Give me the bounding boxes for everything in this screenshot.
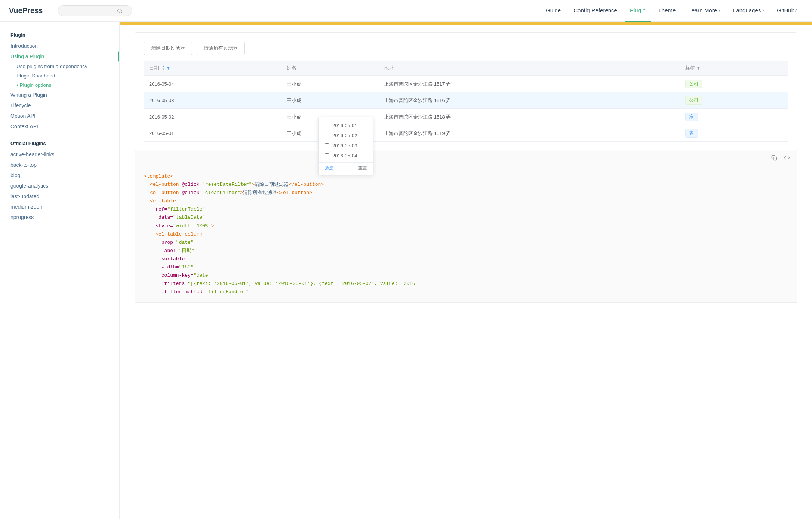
sidebar-item-blog[interactable]: blog: [0, 170, 119, 181]
tag-success-1: 公司: [685, 96, 702, 105]
table-row: 2016-05-01 王小虎 上海市普陀区金沙江路 1519 弄 家: [144, 125, 788, 142]
cell-address-3: 上海市普陀区金沙江路 1519 弄: [379, 125, 680, 142]
header: VuePress Guide Config Reference Plugin T…: [0, 0, 812, 22]
search-input[interactable]: [63, 8, 116, 13]
sidebar-item-lifecycle[interactable]: Lifecycle: [0, 100, 119, 111]
tag-info-3: 家: [685, 129, 698, 138]
filter-option-3[interactable]: 2016-05-04: [319, 151, 373, 161]
copy-icon: [771, 155, 777, 161]
table-header: 日期 ▲ ▼ ▼ 姓名 地址: [144, 61, 788, 76]
sidebar-item-option-api[interactable]: Option API: [0, 111, 119, 121]
filter-checkbox-3[interactable]: [325, 153, 329, 158]
table-body: 2016-05-04 王小虎 上海市普陀区金沙江路 1517 弄 公司 2016…: [144, 76, 788, 142]
cell-address-2: 上海市普陀区金沙江路 1518 弄: [379, 109, 680, 125]
main-content: 清除日期过滤器 清除所有过滤器 日期 ▲ ▼: [120, 22, 812, 519]
tag-success-0: 公司: [685, 80, 702, 88]
filter-checkbox-1[interactable]: [325, 133, 329, 138]
layout: Plugin Introduction Using a Plugin Use p…: [0, 22, 812, 519]
code-line-10: label="日期": [144, 247, 788, 255]
filter-reset-button[interactable]: 重置: [358, 165, 367, 171]
filter-option-1[interactable]: 2016-05-02: [319, 130, 373, 141]
cell-date-1: 2016-05-03: [144, 92, 282, 109]
clear-all-filter-button[interactable]: 清除所有过滤器: [197, 42, 245, 55]
demo-table: 日期 ▲ ▼ ▼ 姓名 地址: [144, 61, 788, 142]
search-box[interactable]: [58, 5, 132, 16]
table-row: 2016-05-02 王小虎 上海市普陀区金沙江路 1518 弄 家: [144, 109, 788, 125]
cell-address-0: 上海市普陀区金沙江路 1517 弄: [379, 76, 680, 92]
col-date-label: 日期: [149, 65, 159, 71]
cell-name-0: 王小虎: [282, 76, 379, 92]
copy-code-button[interactable]: [770, 154, 779, 163]
cell-tag-3: 家: [680, 125, 788, 142]
sidebar-item-medium-zoom[interactable]: medium-zoom: [0, 202, 119, 212]
sidebar-item-using-plugin[interactable]: Using a Plugin: [0, 51, 119, 62]
table-col-address: 地址: [379, 61, 680, 76]
logo[interactable]: VuePress: [9, 6, 43, 15]
sidebar-item-context-api[interactable]: Context API: [0, 121, 119, 132]
sidebar-item-active-header-links[interactable]: active-header-links: [0, 149, 119, 160]
sidebar-divider: [0, 132, 119, 138]
filter-option-0[interactable]: 2016-05-01: [319, 120, 373, 130]
clear-date-filter-button[interactable]: 清除日期过滤器: [144, 42, 192, 55]
filter-option-label-3: 2016-05-04: [332, 153, 357, 159]
cell-name-1: 王小虎: [282, 92, 379, 109]
code-icon: [784, 155, 790, 161]
nav-learn-more[interactable]: Learn More▾: [683, 0, 726, 22]
code-block: <template> <el-button @click="resetDateF…: [135, 166, 797, 302]
sidebar-item-nprogress[interactable]: nprogress: [0, 212, 119, 222]
nav-config-reference[interactable]: Config Reference: [568, 0, 622, 22]
code-line-12: width="180": [144, 263, 788, 271]
table-row: 2016-05-03 王小虎 上海市普陀区金沙江路 1516 弄 公司: [144, 92, 788, 109]
chevron-down-icon: ▾: [762, 8, 764, 12]
sidebar-sub-plugin-shorthand[interactable]: Plugin Shorthand: [0, 71, 119, 80]
code-line-13: column-key="date": [144, 271, 788, 280]
filter-checkbox-0[interactable]: [325, 123, 329, 128]
filter-trigger-tag[interactable]: ▼: [696, 66, 701, 70]
sidebar-item-back-to-top[interactable]: back-to-top: [0, 160, 119, 170]
code-toolbar: [135, 151, 797, 166]
nav-guide[interactable]: Guide: [541, 0, 566, 22]
table-col-date: 日期 ▲ ▼ ▼: [144, 61, 282, 76]
svg-line-1: [121, 12, 122, 13]
sidebar-item-introduction[interactable]: Introduction: [0, 41, 119, 51]
sidebar-section-plugin: Plugin: [0, 29, 119, 41]
sort-desc: ▼: [162, 68, 165, 71]
filter-checkbox-2[interactable]: [325, 143, 329, 148]
code-line-14: :filters="[{text: '2016-05-01', value: '…: [144, 280, 788, 288]
nav-github[interactable]: GitHub ↗: [772, 0, 803, 22]
nav-theme[interactable]: Theme: [653, 0, 681, 22]
filter-confirm-button[interactable]: 筛选: [325, 165, 333, 171]
filter-option-2[interactable]: 2016-05-03: [319, 141, 373, 151]
code-line-11: sortable: [144, 255, 788, 263]
nav-languages[interactable]: Languages▾: [728, 0, 769, 22]
code-line-2: <el-button @click="resetDateFilter">清除日期…: [144, 181, 788, 189]
sidebar-item-google-analytics[interactable]: google-analytics: [0, 181, 119, 191]
code-line-4: <el-table: [144, 197, 788, 205]
filter-dropdown-footer: 筛选 重置: [319, 162, 373, 172]
code-line-6: :data="tableData": [144, 214, 788, 222]
expand-code-button[interactable]: [782, 154, 791, 163]
sidebar-sub-use-plugins[interactable]: Use plugins from a dependency: [0, 62, 119, 71]
sidebar-item-last-updated[interactable]: last-updated: [0, 191, 119, 202]
filter-trigger-date[interactable]: ▼: [166, 66, 170, 70]
demo-box: 清除日期过滤器 清除所有过滤器 日期 ▲ ▼: [135, 32, 797, 151]
svg-rect-2: [773, 157, 777, 160]
sidebar-sub-plugin-options[interactable]: Plugin options: [0, 80, 119, 90]
sidebar-item-writing-plugin[interactable]: Writing a Plugin: [0, 90, 119, 100]
filter-buttons: 清除日期过滤器 清除所有过滤器: [144, 42, 788, 55]
table-header-row: 日期 ▲ ▼ ▼ 姓名 地址: [144, 61, 788, 76]
external-link-icon: ↗: [794, 8, 798, 13]
sidebar-section-official-plugins: Official Plugins: [0, 138, 119, 149]
code-line-7: style="width: 100%">: [144, 222, 788, 230]
sidebar-item-using-plugin-wrapper: Using a Plugin: [0, 51, 119, 62]
code-line-15: :filter-method="filterHandler": [144, 288, 788, 296]
nav-plugin[interactable]: Plugin: [625, 0, 651, 22]
cell-date-0: 2016-05-04: [144, 76, 282, 92]
code-line-3: <el-button @click="clearFilter">清除所有过滤器<…: [144, 189, 788, 197]
filter-dropdown: 2016-05-01 2016-05-02 2016-05-03 2016-05…: [318, 117, 373, 175]
chevron-down-icon: ▾: [719, 8, 720, 12]
cell-address-1: 上海市普陀区金沙江路 1516 弄: [379, 92, 680, 109]
sidebar: Plugin Introduction Using a Plugin Use p…: [0, 22, 120, 519]
content-area: 清除日期过滤器 清除所有过滤器 日期 ▲ ▼: [120, 25, 812, 310]
code-line-9: prop="date": [144, 239, 788, 247]
